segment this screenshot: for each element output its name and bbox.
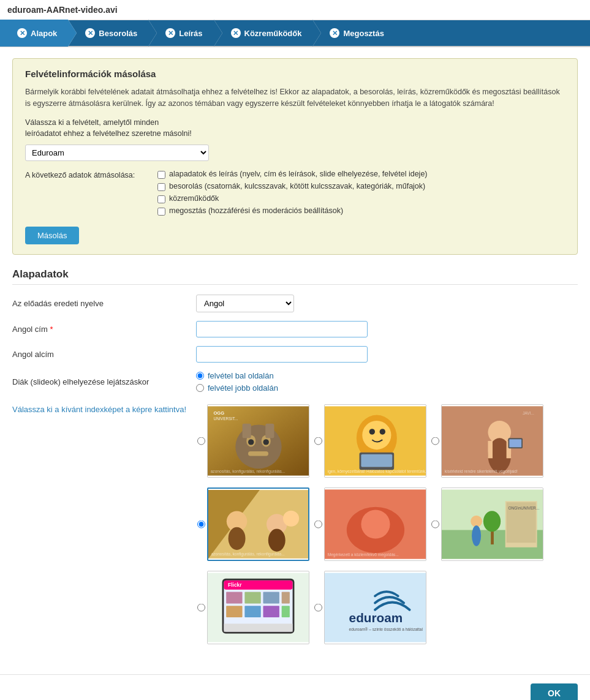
- radio-jobb[interactable]: [196, 384, 204, 392]
- checkbox-megosztás[interactable]: [157, 208, 165, 216]
- checkbox-megosztás-text: megosztás (hozzáférési és moderációs beá…: [169, 206, 343, 215]
- thumbnail-radio-6[interactable]: [431, 521, 439, 529]
- step-label-alapok: Alapok: [31, 29, 57, 38]
- copy-video-select[interactable]: Eduroam: [25, 145, 209, 161]
- slide-placement-row: Diák (slideok) elhelyezése lejátszáskor …: [12, 371, 578, 393]
- thumbnail-radio-1[interactable]: [197, 437, 205, 445]
- page-footer: OK: [0, 674, 590, 700]
- thumbnail-radio-2[interactable]: [314, 437, 322, 445]
- language-select[interactable]: Angol Magyar Német Francia: [196, 295, 294, 312]
- svg-rect-62: [244, 606, 260, 617]
- svg-rect-9: [243, 424, 251, 438]
- slide-placement-input-wrap: felvétel bal oldalán felvétel jobb oldal…: [196, 371, 578, 393]
- thumbnail-radio-8[interactable]: [314, 604, 322, 612]
- step-label-leiras: Leírás: [179, 29, 202, 38]
- svg-rect-57: [226, 592, 242, 604]
- checkbox-besorolas-label[interactable]: besorolás (csatornák, kulcsszavak, kötöt…: [157, 182, 428, 191]
- svg-text:ONG\nUNIVER...: ONG\nUNIVER...: [508, 506, 539, 510]
- thumbnail-item-4: azonosítás, konfigurálás, rekonfigurálás…: [196, 484, 309, 564]
- checkbox-megosztás-label[interactable]: megosztás (hozzáférési és moderációs beá…: [157, 206, 428, 216]
- svg-text:OGG: OGG: [213, 410, 224, 416]
- subtitle-row: Angol alcím: [12, 346, 578, 363]
- copy-section: Felvételinformációk másolása Bármelyik k…: [12, 58, 578, 255]
- svg-text:Flickr: Flickr: [228, 582, 242, 588]
- step-icon-kozremukodok: ✕: [231, 28, 241, 38]
- copy-button[interactable]: Másolás: [25, 227, 79, 244]
- slide-radio-group: felvétel bal oldalán felvétel jobb oldal…: [196, 371, 578, 393]
- wizard-step-besorolas[interactable]: ✕ Besorolás: [68, 20, 148, 47]
- wizard-step-kozremukodok[interactable]: ✕ Közreműködők: [214, 20, 313, 47]
- wizard-step-alapok[interactable]: ✕ Alapok: [0, 20, 68, 47]
- copy-select-label-text: Válassza ki a felvételt, amelytől minden…: [25, 118, 192, 138]
- checkbox-alapadatok[interactable]: [157, 171, 165, 179]
- thumbnail-item-2: igen, környezetbarát! Hálózatos kapcsola…: [313, 401, 426, 481]
- step-icon-besorolas: ✕: [85, 28, 95, 38]
- svg-rect-61: [226, 606, 242, 617]
- svg-rect-10: [265, 424, 274, 438]
- ok-button[interactable]: OK: [531, 683, 578, 700]
- svg-point-36: [283, 511, 299, 527]
- svg-rect-64: [282, 606, 290, 617]
- page-wrapper: eduroam-AARnet-video.avi ✕ Alapok ✕ Beso…: [0, 0, 590, 700]
- title-input-wrap: [196, 321, 578, 337]
- svg-text:UNIVERSIT...: UNIVERSIT...: [213, 416, 238, 421]
- page-title: eduroam-AARnet-video.avi: [7, 5, 118, 15]
- checkbox-kozremukodok-label[interactable]: közreműködők: [157, 194, 428, 203]
- svg-point-51: [483, 511, 501, 532]
- thumbnail-image-1[interactable]: OGG UNIVERSIT... azonosítás, konfigur: [207, 404, 309, 478]
- svg-rect-66: [224, 623, 292, 631]
- svg-point-14: [362, 421, 391, 450]
- thumbnail-item-8: eduroam eduroam® – szinte összeköti a há…: [313, 568, 426, 647]
- svg-rect-67: [325, 573, 426, 642]
- subtitle-label: Angol alcím: [12, 350, 196, 359]
- main-content: Felvételinformációk másolása Bármelyik k…: [0, 47, 590, 668]
- svg-rect-24: [488, 441, 493, 458]
- svg-point-15: [369, 429, 375, 434]
- checkbox-alapadatok-text: alapadatok és leírás (nyelv, cím és leír…: [169, 170, 428, 178]
- thumbnail-image-8[interactable]: eduroam eduroam® – szinte összeköti a há…: [324, 571, 426, 644]
- wizard-step-leiras[interactable]: ✕ Leírás: [148, 20, 213, 47]
- svg-point-6: [248, 439, 254, 445]
- step-icon-leiras: ✕: [165, 28, 175, 38]
- svg-rect-63: [263, 606, 279, 617]
- title-field-label: Angol cím *: [12, 325, 196, 334]
- checkbox-besorolas[interactable]: [157, 183, 165, 191]
- step-label-kozremukodok: Közreműködők: [244, 29, 302, 38]
- step-label-besorolas: Besorolás: [99, 29, 137, 38]
- alapadatok-section-title: Alapadatok: [12, 268, 578, 285]
- thumbnail-image-2[interactable]: igen, környezetbarát! Hálózatos kapcsola…: [324, 404, 426, 478]
- svg-point-35: [268, 529, 286, 551]
- thumbnail-selector-row: Válassza ki a kívánt indexképet a képre …: [12, 401, 578, 647]
- radio-bal[interactable]: [196, 372, 204, 380]
- subtitle-input-wrap: [196, 346, 578, 363]
- svg-point-49: [472, 525, 481, 546]
- svg-text:JAVI...: JAVI...: [523, 411, 534, 415]
- svg-point-33: [229, 527, 246, 550]
- thumbnail-image-4[interactable]: azonosítás, konfigurálás, rekonfigurálás…: [207, 487, 309, 561]
- title-input[interactable]: [196, 321, 368, 337]
- step-icon-alapok: ✕: [17, 28, 27, 38]
- radio-bal-label[interactable]: felvétel bal oldalán: [196, 371, 578, 380]
- thumbnail-grid: OGG UNIVERSIT... azonosítás, konfigur: [196, 401, 543, 647]
- thumbnail-radio-4[interactable]: [197, 521, 205, 529]
- title-label-text: Angol cím: [12, 325, 48, 334]
- svg-text:eduroam® – szinte összeköti a : eduroam® – szinte összeköti a hálózattal: [349, 627, 423, 631]
- svg-text:igen, környezetbarát! Hálózato: igen, környezetbarát! Hálózatos kapcsola…: [328, 469, 426, 474]
- radio-jobb-text: felvétel jobb oldalán: [208, 383, 278, 393]
- checkbox-alapadatok-label[interactable]: alapadatok és leírás (nyelv, cím és leír…: [157, 170, 428, 179]
- svg-point-41: [361, 510, 390, 538]
- thumbnail-radio-5[interactable]: [314, 521, 322, 529]
- radio-jobb-label[interactable]: felvétel jobb oldalán: [196, 383, 578, 393]
- checkbox-kozremukodok[interactable]: [157, 195, 165, 203]
- thumbnail-radio-3[interactable]: [431, 437, 439, 445]
- thumbnail-image-6[interactable]: ONG\nUNIVER...: [441, 487, 543, 561]
- thumbnail-radio-7[interactable]: [197, 604, 205, 612]
- wizard-step-megosztasok[interactable]: ✕ Megosztás: [312, 20, 395, 47]
- thumbnail-image-7[interactable]: Flickr eduroam elhozza a világba!: [207, 571, 309, 644]
- subtitle-input[interactable]: [196, 346, 368, 363]
- title-bar: eduroam-AARnet-video.avi: [0, 0, 590, 20]
- checkbox-besorolas-text: besorolás (csatornák, kulcsszavak, kötöt…: [169, 182, 425, 190]
- thumbnail-image-3[interactable]: kísérleteid rendre sikerteleníti végcélj…: [441, 404, 543, 478]
- checkbox-kozremukodok-text: közreműködők: [169, 194, 219, 203]
- thumbnail-image-5[interactable]: Megérkezett a közlemfekvő megoldás...: [324, 487, 426, 561]
